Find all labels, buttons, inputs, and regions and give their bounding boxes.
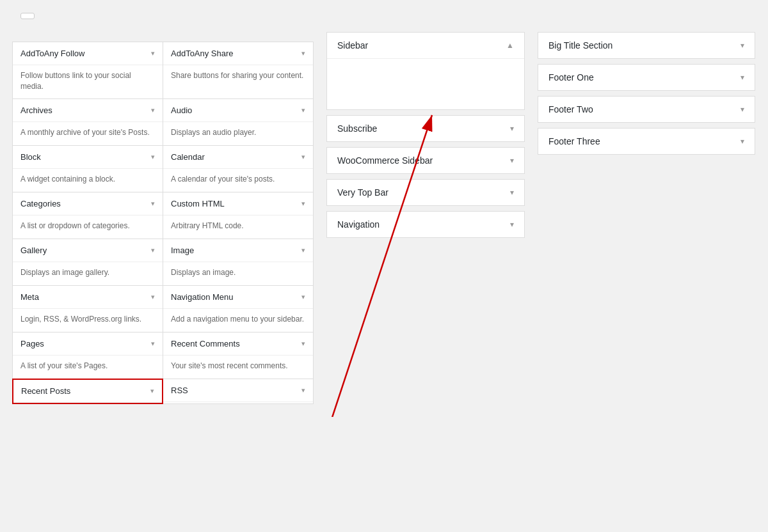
widget-name: Recent Posts	[21, 386, 70, 396]
widget-header[interactable]: Recent Posts ▾	[13, 380, 162, 403]
sidebar-section: Navigation ▾	[326, 211, 525, 238]
widget-description: A list of your site's Pages.	[13, 356, 163, 379]
widget-header[interactable]: Categories ▾	[13, 192, 163, 215]
right-section-toggle[interactable]: Footer Two ▾	[538, 97, 755, 122]
chevron-down-icon: ▾	[151, 340, 155, 348]
widget-name: AddToAny Follow	[20, 49, 84, 58]
widget-name: Recent Comments	[171, 339, 240, 348]
list-item[interactable]: Recent Posts ▾	[12, 379, 163, 404]
chevron-icon: ▾	[510, 124, 514, 133]
widget-description: A monthly archive of your site's Posts.	[13, 122, 163, 145]
widget-header[interactable]: Calendar ▾	[163, 146, 313, 169]
right-section-label: Footer Two	[548, 104, 593, 114]
list-item[interactable]: Meta ▾ Login, RSS, & WordPress.org links…	[12, 285, 163, 332]
widget-description: Follow buttons link to your social media…	[13, 65, 163, 98]
list-item[interactable]: Categories ▾ A list or dropdown of categ…	[12, 192, 163, 239]
sidebar-section: Very Top Bar ▾	[326, 179, 525, 206]
widget-description: A list or dropdown of categories.	[13, 215, 163, 239]
right-section-toggle[interactable]: Footer Three ▾	[538, 129, 755, 154]
list-item[interactable]: AddToAny Share ▾ Share buttons for shari…	[163, 42, 314, 99]
list-item[interactable]: Custom HTML ▾ Arbitrary HTML code.	[163, 192, 314, 239]
widget-description: Your site's most recent comments.	[163, 356, 313, 379]
widget-description: Share buttons for sharing your content.	[163, 65, 313, 88]
widget-name: Archives	[20, 106, 52, 115]
widget-name: Calendar	[171, 152, 205, 162]
manage-live-preview-button[interactable]	[20, 13, 35, 19]
sidebar-section: Subscribe ▾	[326, 115, 525, 142]
right-section-label: Footer One	[548, 72, 594, 82]
widget-description: Displays an audio player.	[163, 122, 313, 145]
list-item[interactable]: Archives ▾ A monthly archive of your sit…	[12, 98, 163, 146]
chevron-down-icon: ▾	[301, 153, 305, 161]
list-item[interactable]: Block ▾ A widget containing a block.	[12, 145, 163, 192]
chevron-down-icon: ▾	[150, 387, 154, 395]
sidebar-section: Sidebar ▲	[326, 32, 525, 110]
widget-header[interactable]: Pages ▾	[13, 332, 163, 356]
sidebar-label: Sidebar	[337, 40, 368, 51]
widget-name: Pages	[20, 339, 44, 348]
chevron-down-icon: ▾	[301, 106, 305, 114]
chevron-down-icon: ▾	[301, 340, 305, 348]
sidebar-label: Very Top Bar	[337, 187, 388, 198]
chevron-down-icon: ▾	[301, 246, 305, 254]
widget-header[interactable]: Archives ▾	[13, 99, 163, 122]
widget-name: Custom HTML	[171, 199, 225, 208]
widget-header[interactable]: Custom HTML ▾	[163, 192, 313, 215]
chevron-icon: ▾	[510, 220, 514, 229]
widget-name: Audio	[171, 106, 192, 115]
chevron-down-icon: ▾	[151, 293, 155, 301]
top-bar-left	[13, 13, 35, 19]
chevron-down-icon: ▾	[151, 153, 155, 161]
chevron-icon: ▾	[510, 188, 514, 197]
available-widgets-panel: AddToAny Follow ▾ Follow buttons link to…	[13, 32, 314, 404]
widget-name: Navigation Menu	[171, 292, 234, 302]
list-item[interactable]: Navigation Menu ▾ Add a navigation menu …	[163, 285, 314, 332]
widget-header[interactable]: AddToAny Follow ▾	[13, 42, 163, 65]
right-section: Big Title Section ▾	[538, 32, 755, 59]
widget-header[interactable]: Recent Comments ▾	[163, 332, 313, 356]
widget-name: Block	[20, 152, 41, 162]
top-bar	[13, 13, 755, 19]
chevron-down-icon: ▾	[151, 49, 155, 58]
sidebar-label: WooCommerce Sidebar	[337, 155, 433, 166]
widget-header[interactable]: Gallery ▾	[13, 239, 163, 262]
list-item[interactable]: AddToAny Follow ▾ Follow buttons link to…	[12, 42, 163, 99]
list-item[interactable]: Image ▾ Displays an image.	[163, 239, 314, 286]
widget-description: Login, RSS, & WordPress.org links.	[13, 309, 163, 332]
sidebar-toggle[interactable]: Navigation ▾	[327, 212, 524, 237]
list-item[interactable]: Gallery ▾ Displays an image gallery.	[12, 239, 163, 286]
list-item[interactable]: Recent Comments ▾ Your site's most recen…	[163, 332, 314, 379]
widget-header[interactable]: AddToAny Share ▾	[163, 42, 313, 65]
sidebar-label: Subscribe	[337, 123, 377, 134]
widget-header[interactable]: RSS ▾	[163, 379, 313, 402]
sidebar-toggle[interactable]: Sidebar ▲	[327, 33, 524, 58]
right-section-toggle[interactable]: Footer One ▾	[538, 65, 755, 90]
list-item[interactable]: Pages ▾ A list of your site's Pages.	[12, 332, 163, 379]
widget-header[interactable]: Audio ▾	[163, 99, 313, 122]
widget-header[interactable]: Meta ▾	[13, 286, 163, 309]
sidebars-panel: Sidebar ▲ Subscribe ▾ WooCommerce Sideba…	[326, 32, 525, 243]
list-item[interactable]: Audio ▾ Displays an audio player.	[163, 98, 314, 146]
widget-description: A widget containing a block.	[13, 169, 163, 192]
chevron-down-icon: ▾	[740, 105, 744, 114]
right-section-toggle[interactable]: Big Title Section ▾	[538, 33, 755, 58]
right-section-label: Big Title Section	[548, 40, 612, 51]
chevron-down-icon: ▾	[740, 73, 744, 82]
main-content: AddToAny Follow ▾ Follow buttons link to…	[13, 32, 755, 404]
widget-description: Displays an image gallery.	[13, 262, 163, 285]
widgets-grid: AddToAny Follow ▾ Follow buttons link to…	[13, 42, 314, 404]
chevron-down-icon: ▾	[151, 106, 155, 114]
chevron-down-icon: ▾	[301, 386, 305, 395]
widget-description: Displays an image.	[163, 262, 313, 285]
widget-header[interactable]: Navigation Menu ▾	[163, 286, 313, 309]
list-item[interactable]: Calendar ▾ A calendar of your site's pos…	[163, 145, 314, 192]
chevron-down-icon: ▾	[301, 49, 305, 58]
sidebar-toggle[interactable]: Very Top Bar ▾	[327, 180, 524, 205]
chevron-down-icon: ▾	[151, 199, 155, 208]
list-item[interactable]: RSS ▾	[163, 379, 314, 404]
widget-description: Add a navigation menu to your sidebar.	[163, 309, 313, 332]
widget-header[interactable]: Block ▾	[13, 146, 163, 169]
widget-header[interactable]: Image ▾	[163, 239, 313, 262]
sidebar-toggle[interactable]: Subscribe ▾	[327, 116, 524, 141]
sidebar-toggle[interactable]: WooCommerce Sidebar ▾	[327, 148, 524, 173]
